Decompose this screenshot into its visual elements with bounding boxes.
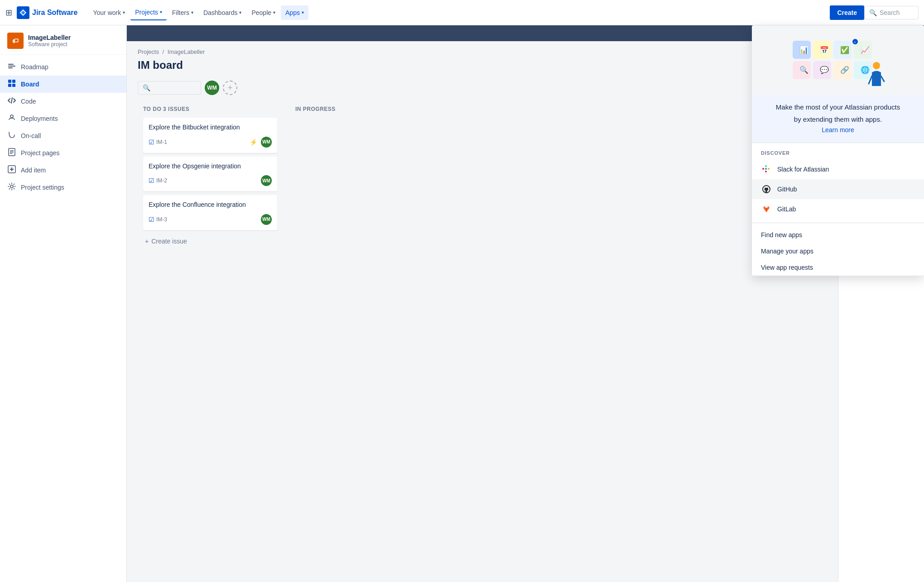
add-avatar-button[interactable]: + [223,81,237,95]
sidebar-item-code[interactable]: Code [0,93,126,110]
board-icon [7,79,16,89]
svg-point-16 [10,185,13,188]
learn-more-link[interactable]: Learn more [822,126,854,134]
chevron-down-icon: ▾ [160,10,162,14]
svg-text:🌐: 🌐 [861,66,870,74]
oncall-icon [7,131,16,141]
breadcrumb-project-name: ImageLabeller [168,48,205,55]
svg-text:📈: 📈 [861,46,870,54]
settings-icon [7,182,16,192]
top-navigation: ⊞ Jira Software Your work ▾ Projects ▾ F [0,0,924,25]
card-footer: ☑ IM-3 WM [149,214,272,225]
svg-rect-3 [8,67,13,68]
board-search-container[interactable]: 🔍 [138,81,201,95]
breadcrumb-projects-link[interactable]: Projects [138,48,159,55]
sidebar-item-label: On-call [21,132,41,139]
card-id: ☑ IM-1 [149,138,167,146]
nav-links: Your work ▾ Projects ▾ Filters ▾ Dashboa… [88,5,826,20]
sidebar-item-label: Board [21,81,39,88]
sidebar-item-label: Project settings [21,184,64,191]
project-icon-text: 🏷 [12,37,19,44]
view-app-requests-link[interactable]: View app requests [752,259,924,276]
nav-your-work[interactable]: Your work ▾ [88,5,130,20]
sidebar-item-label: Deployments [21,115,58,122]
svg-text:📅: 📅 [820,46,829,54]
svg-text:🔗: 🔗 [840,66,849,74]
checkbox-icon: ☑ [149,138,154,146]
chevron-down-icon: ▾ [239,10,241,15]
code-icon [7,96,16,106]
table-row[interactable]: Explore the Confluence integration ☑ IM-… [143,195,277,230]
avatar: WM [261,137,272,148]
checkbox-icon: ☑ [149,216,154,223]
sidebar: 🏷 ImageLabeller Software project Roadmap… [0,25,127,582]
avatar: WM [261,214,272,225]
svg-rect-2 [8,66,15,67]
logo[interactable]: Jira Software [17,6,77,19]
svg-text:📊: 📊 [799,46,808,54]
in-progress-column-header: IN PROGRESS [295,106,375,112]
project-type: Software project [28,41,71,48]
app-item-label: Slack for Atlassian [777,166,829,173]
svg-rect-42 [765,171,767,172]
search-label: Search [880,9,900,16]
list-item[interactable]: Slack for Atlassian [752,159,924,179]
find-new-apps-link[interactable]: Find new apps [752,227,924,243]
svg-rect-39 [765,165,767,167]
nav-filters[interactable]: Filters ▾ [168,5,198,20]
chevron-down-icon: ▾ [123,10,125,15]
create-issue-button[interactable]: + Create issue [143,234,277,248]
sidebar-item-add-item[interactable]: Add item [0,162,126,179]
svg-text:🔍: 🔍 [799,66,808,74]
nav-projects[interactable]: Projects ▾ [130,5,167,20]
nav-apps[interactable]: Apps ▾ [281,5,308,20]
search-box[interactable]: 🔍 Search [864,6,919,19]
deployments-icon [7,114,16,124]
breadcrumb-separator: / [163,48,164,55]
sidebar-item-label: Project pages [21,149,60,157]
todo-column-header: TO DO 3 ISSUES [143,106,277,112]
list-item[interactable]: GitHub [752,179,924,199]
slack-icon [761,164,772,175]
discover-label: DISCOVER [752,150,924,159]
grid-icon[interactable]: ⊞ [5,8,12,18]
sidebar-item-project-pages[interactable]: Project pages [0,144,126,162]
search-icon: 🔍 [869,9,877,16]
project-icon: 🏷 [7,33,24,49]
card-id: ☑ IM-3 [149,216,167,223]
card-id-text: IM-3 [156,216,167,223]
checkbox-icon: ☑ [149,177,154,184]
nav-people[interactable]: People ▾ [247,5,280,20]
list-item[interactable]: GitLab [752,199,924,219]
add-icon [7,165,16,175]
card-title: Explore the Confluence integration [149,200,272,210]
svg-line-35 [881,76,884,81]
sidebar-item-deployments[interactable]: Deployments [0,110,126,127]
card-footer: ☑ IM-2 WM [149,175,272,186]
current-user-avatar[interactable]: WM [205,81,219,95]
apps-promo-title-line2: by extending them with apps. [763,114,913,125]
apps-discover-section: DISCOVER Slack for Atlassian [752,143,924,276]
svg-rect-7 [12,84,15,87]
svg-rect-41 [768,168,770,170]
jira-logo-icon [17,6,29,19]
table-row[interactable]: Explore the Opsgenie integration ☑ IM-2 … [143,157,277,192]
sidebar-item-oncall[interactable]: On-call [0,127,126,144]
create-button[interactable]: Create [830,5,864,20]
create-issue-label: Create issue [151,238,187,245]
svg-rect-6 [8,84,11,87]
svg-rect-5 [12,80,15,83]
sidebar-item-label: Code [21,98,36,105]
sidebar-item-board[interactable]: Board [0,76,126,93]
sidebar-item-project-settings[interactable]: Project settings [0,179,126,196]
search-icon: 🔍 [143,84,150,91]
card-title: Explore the Bitbucket integration [149,123,272,132]
svg-rect-1 [8,64,14,65]
chevron-down-icon: ▾ [302,10,304,15]
board-search-input[interactable] [153,84,196,91]
nav-dashboards[interactable]: Dashboards ▾ [199,5,246,20]
sidebar-item-roadmap[interactable]: Roadmap [0,58,126,76]
manage-apps-link[interactable]: Manage your apps [752,243,924,259]
in-progress-column: IN PROGRESS [290,100,380,123]
table-row[interactable]: Explore the Bitbucket integration ☑ IM-1… [143,118,277,153]
